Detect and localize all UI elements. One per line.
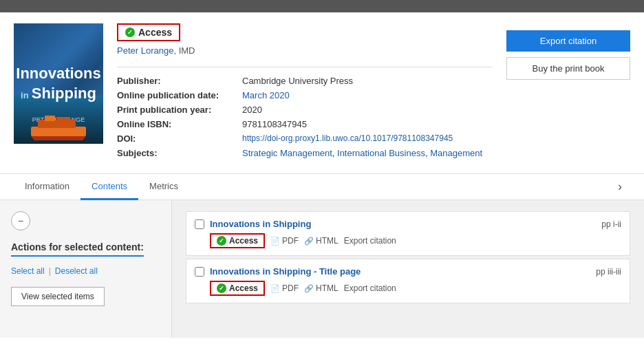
subjects-values: Strategic Management, International Busi… [242, 148, 482, 158]
sidebar-select-links: Select all | Deselect all [11, 266, 160, 276]
export-citation-button[interactable]: Export citation [506, 30, 630, 52]
select-all-link[interactable]: Select all [11, 266, 45, 276]
subject-link-2[interactable]: International Business [337, 148, 425, 158]
author-line: Peter Lorange, IMD [117, 45, 493, 56]
content-area: − Actions for selected content: Select a… [0, 200, 644, 338]
content-item-2-header: Innovations in Shipping - Title page pp … [195, 266, 621, 277]
tabs-bar: Information Contents Metrics › [0, 174, 644, 200]
content-item-2: Innovations in Shipping - Title page pp … [186, 259, 630, 303]
subject-link-1[interactable]: Strategic Management [242, 148, 332, 158]
content-item-2-access-label: Access [229, 283, 258, 293]
content-item-2-pages: pp iii-iii [596, 267, 621, 277]
doi-link[interactable]: https://doi-org.proxy1.lib.uwo.ca/10.101… [242, 133, 453, 144]
deselect-all-link[interactable]: Deselect all [55, 266, 98, 276]
subject-link-3[interactable]: Management [430, 148, 482, 158]
book-cover: Innovations in Shipping PETER LORANGE [14, 23, 103, 144]
print-year-label: Print publication year: [117, 105, 234, 115]
isbn-value: 9781108347945 [242, 119, 307, 129]
tab-information[interactable]: Information [14, 174, 80, 200]
author-link[interactable]: Peter Lorange [117, 45, 173, 56]
author-affiliation: IMD [179, 45, 195, 56]
main-content: Innovations in Shipping pp i-ii ✓ Access… [172, 200, 644, 338]
svg-rect-2 [45, 116, 55, 121]
svg-rect-0 [31, 127, 86, 136]
svg-rect-3 [56, 117, 70, 121]
html-icon-1: 🔗 [304, 237, 314, 246]
meta-row-doi: DOI: https://doi-org.proxy1.lib.uwo.ca/1… [117, 133, 493, 144]
header-area: Innovations in Shipping PETER LORANGE ✓ … [0, 12, 644, 174]
html-icon-2: 🔗 [304, 284, 314, 293]
html-label-2: HTML [316, 283, 339, 293]
content-item-1: Innovations in Shipping pp i-ii ✓ Access… [186, 211, 630, 256]
meta-row-print-year: Print publication year: 2020 [117, 105, 493, 115]
content-item-1-html-link[interactable]: 🔗 HTML [304, 236, 339, 246]
isbn-label: Online ISBN: [117, 119, 234, 129]
tab-expand-button[interactable]: › [610, 174, 630, 200]
access-label: Access [138, 27, 172, 38]
pdf-icon-1: 📄 [270, 237, 280, 246]
header-actions: Export citation Buy the print book [506, 23, 630, 80]
doi-label: DOI: [117, 133, 234, 144]
content-item-2-actions: ✓ Access 📄 PDF 🔗 HTML Export citation [210, 281, 621, 296]
subjects-label: Subjects: [117, 148, 234, 158]
content-item-2-checkbox[interactable] [195, 267, 204, 277]
tab-contents[interactable]: Contents [80, 174, 138, 200]
top-bar [0, 0, 644, 12]
content-item-1-pdf-link[interactable]: 📄 PDF [270, 236, 299, 246]
content-item-1-access-label: Access [229, 236, 258, 246]
content-item-1-pages: pp i-ii [601, 219, 621, 229]
content-item-1-access-badge[interactable]: ✓ Access [210, 233, 265, 248]
content-item-2-title[interactable]: Innovations in Shipping - Title page [210, 266, 590, 277]
content-item-2-pdf-link[interactable]: 📄 PDF [270, 283, 299, 293]
pdf-icon-2: 📄 [270, 284, 280, 293]
meta-row-online-date: Online publication date: March 2020 [117, 90, 493, 100]
actions-title: Actions for selected content: [11, 241, 144, 257]
sidebar: − Actions for selected content: Select a… [0, 200, 172, 338]
content-item-2-html-link[interactable]: 🔗 HTML [304, 283, 339, 293]
collapse-button[interactable]: − [11, 211, 30, 230]
online-date-value: March 2020 [242, 90, 290, 100]
meta-row-isbn: Online ISBN: 9781108347945 [117, 119, 493, 129]
content-item-1-actions: ✓ Access 📄 PDF 🔗 HTML Export citation [210, 233, 621, 248]
content-item-1-access-icon: ✓ [217, 236, 226, 246]
content-item-1-title[interactable]: Innovations in Shipping [210, 219, 596, 229]
content-item-2-export-link[interactable]: Export citation [344, 283, 396, 293]
publisher-value: Cambridge University Press [242, 76, 353, 86]
book-info: ✓ Access Peter Lorange, IMD Publisher: C… [117, 23, 493, 162]
meta-row-publisher: Publisher: Cambridge University Press [117, 76, 493, 86]
content-item-1-header: Innovations in Shipping pp i-ii [195, 219, 621, 229]
link-divider: | [49, 266, 51, 276]
content-item-1-checkbox[interactable] [195, 219, 204, 229]
content-item-2-access-icon: ✓ [217, 283, 226, 293]
book-cover-title-text: Innovations in Shipping [16, 64, 100, 103]
access-check-icon: ✓ [125, 28, 135, 37]
ship-icon [28, 113, 89, 140]
meta-row-subjects: Subjects: Strategic Management, Internat… [117, 148, 493, 158]
content-item-1-export-link[interactable]: Export citation [344, 236, 396, 246]
content-item-2-access-badge[interactable]: ✓ Access [210, 281, 265, 296]
buy-print-button[interactable]: Buy the print book [506, 57, 630, 80]
svg-marker-4 [31, 136, 86, 140]
online-date-label: Online publication date: [117, 90, 234, 100]
tab-metrics[interactable]: Metrics [138, 174, 189, 200]
publisher-label: Publisher: [117, 76, 234, 86]
metadata-table: Publisher: Cambridge University Press On… [117, 67, 493, 158]
pdf-label-2: PDF [282, 283, 299, 293]
print-year-value: 2020 [242, 105, 262, 115]
view-selected-button[interactable]: View selected items [11, 287, 105, 306]
access-badge[interactable]: ✓ Access [117, 23, 180, 41]
html-label-1: HTML [316, 236, 339, 246]
pdf-label-1: PDF [282, 236, 299, 246]
